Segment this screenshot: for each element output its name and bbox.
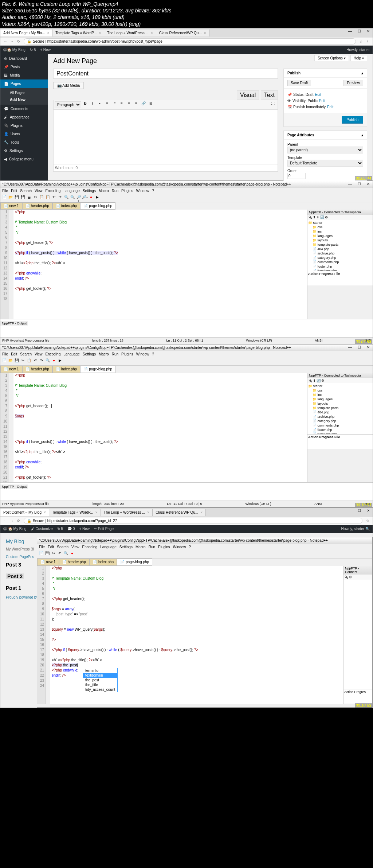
menu-posts[interactable]: 📌 Posts (0, 63, 48, 71)
menu-encoding[interactable]: Encoding (82, 545, 98, 549)
autocomplete-item[interactable]: tidy_access_count (83, 687, 117, 692)
align-left-button[interactable]: ≡ (118, 101, 125, 108)
help-button[interactable]: Help ▾ (350, 55, 367, 61)
forward-button[interactable]: → (9, 39, 15, 43)
menu-view[interactable]: View (35, 352, 43, 356)
output-tab[interactable]: NppFTP - Output (0, 321, 28, 326)
record-icon[interactable]: ● (51, 358, 57, 364)
site-link[interactable]: 🏠 My Blog (7, 48, 25, 52)
menu-language[interactable]: Language (63, 189, 80, 193)
wp-logo-icon[interactable]: ⓦ (3, 526, 7, 532)
minimize-button[interactable]: — (346, 509, 354, 513)
order-input[interactable] (287, 173, 306, 179)
menu-pages[interactable]: 📄 Pages (0, 79, 48, 88)
browser-tab[interactable]: The Loop « WordPress ...× (101, 509, 153, 516)
replace-icon[interactable]: 🔍 (70, 195, 75, 201)
find-icon[interactable]: 🔍 (63, 195, 69, 201)
close-button[interactable]: ✕ (365, 29, 372, 33)
reload-button[interactable]: ⟳ (15, 39, 22, 43)
close-icon[interactable]: × (151, 31, 153, 35)
autocomplete-item[interactable]: the_post (83, 678, 117, 682)
toggle-icon[interactable]: ▴ (361, 71, 363, 75)
menu-help[interactable]: ? (152, 189, 154, 193)
menu-view[interactable]: View (71, 545, 79, 549)
menu-window[interactable]: Window (136, 352, 149, 356)
ftp-tree-item[interactable]: 📁 inc (308, 393, 372, 397)
minimize-button[interactable]: — (346, 182, 354, 186)
autocomplete-item-selected[interactable]: textdomain (83, 673, 117, 678)
maximize-button[interactable]: ☐ (356, 29, 363, 33)
menu-appearance[interactable]: 🖌 Appearance (0, 113, 48, 121)
ftp-tree-item[interactable]: 📄 footer.php (308, 264, 372, 269)
menu-edit[interactable]: Edit (48, 545, 54, 549)
redo-icon[interactable]: ↷ (39, 358, 44, 364)
code-editor[interactable]: 123456789101112131415161718 <?php /* Tem… (0, 210, 307, 319)
menu-plugins[interactable]: Plugins (121, 189, 133, 193)
editor-content[interactable] (53, 110, 278, 164)
align-center-button[interactable]: ≡ (126, 101, 132, 108)
code-editor[interactable]: 1234567891011121314151617181920212223 <?… (0, 373, 307, 482)
menu-macro[interactable]: Macro (99, 352, 109, 356)
search-icon[interactable]: 🔍 (364, 527, 370, 531)
cut-icon[interactable]: ✂ (32, 195, 38, 201)
menu-settings[interactable]: Settings (119, 545, 133, 549)
title-input[interactable] (53, 69, 278, 79)
updates-link[interactable]: ↻ 5 (57, 527, 63, 531)
new-file-icon[interactable]: 📄 (1, 358, 7, 364)
site-link[interactable]: 🏠 My Blog (8, 527, 27, 531)
menu-file[interactable]: File (39, 545, 45, 549)
menu-search[interactable]: Search (20, 352, 32, 356)
close-icon[interactable]: × (204, 31, 206, 35)
menu-plugins[interactable]: Plugins (158, 545, 170, 549)
menu-settings[interactable]: Settings (83, 189, 96, 193)
undo-icon[interactable]: ↶ (51, 195, 57, 201)
download-icon[interactable]: ⬇ (317, 215, 319, 219)
menu-dashboard[interactable]: ⊙ Dashboard (0, 54, 48, 63)
settings-icon[interactable]: ⚙ (321, 379, 324, 382)
close-button[interactable]: ✕ (365, 509, 372, 513)
paste-icon[interactable]: 📋 (45, 195, 51, 201)
autocomplete-item[interactable]: terminfo (83, 668, 117, 673)
document-tab-active[interactable]: 📄page-blog.php (117, 558, 152, 566)
bold-button[interactable]: B (82, 101, 89, 108)
find-icon[interactable]: 🔍 (63, 551, 69, 557)
menu-window[interactable]: Window (136, 189, 149, 193)
menu-collapse[interactable]: ◀ Collapse menu (0, 155, 48, 163)
howdy-link[interactable]: Howdy, starter (341, 527, 364, 531)
redo-icon[interactable]: ↷ (57, 195, 63, 201)
document-tab[interactable]: 📄index.php (52, 366, 80, 373)
record-icon[interactable]: ● (69, 551, 75, 557)
forward-button[interactable]: → (9, 519, 15, 523)
code-editor[interactable]: 123456789101112131415161718192021222324 … (37, 566, 343, 704)
ftp-tree-item[interactable]: 📁 layouts (308, 401, 372, 406)
menu-window[interactable]: Window (173, 545, 186, 549)
ftp-tree-item[interactable]: 📁 css (308, 388, 372, 393)
document-tab-active[interactable]: 📄page-blog.php (80, 366, 115, 373)
ftp-tree-item[interactable]: 📁 languages (308, 234, 372, 238)
copy-icon[interactable]: 📋 (39, 195, 44, 201)
menu-edit[interactable]: Edit (11, 189, 17, 193)
undo-icon[interactable]: ↶ (57, 551, 63, 557)
close-button[interactable]: ✕ (365, 182, 372, 186)
browser-tab[interactable]: Add New Page ‹ My Blo...× (0, 30, 52, 36)
maximize-button[interactable]: ☐ (356, 182, 363, 186)
cut-icon[interactable]: ✂ (20, 358, 26, 364)
add-media-button[interactable]: 📷 Add Media (53, 82, 84, 89)
ftp-tree-item[interactable]: 📄 category.php (308, 256, 372, 260)
italic-button[interactable]: I (89, 101, 96, 108)
fullscreen-button[interactable]: ⛶ (270, 101, 276, 108)
new-link[interactable]: + New (40, 48, 51, 52)
play-icon[interactable]: ▶ (57, 358, 63, 364)
menu-comments[interactable]: 💬 Comments (0, 105, 48, 113)
document-tab[interactable]: 📄new 1 (0, 366, 22, 373)
submenu-add-new[interactable]: Add New (0, 96, 48, 103)
menu-plugins[interactable]: Plugins (121, 352, 133, 356)
menu-run[interactable]: Run (112, 189, 118, 193)
find-icon[interactable]: 🔍 (45, 358, 51, 364)
browser-tab[interactable]: Class Reference/WP Qu...× (153, 509, 206, 516)
bullet-list-button[interactable]: ⦁ (97, 101, 103, 108)
code-content[interactable]: <?php /* Template Name: Custom Blog * */… (13, 373, 307, 482)
menu-help[interactable]: ? (189, 545, 191, 549)
ftp-tree-item[interactable]: 📄 comments.php (308, 423, 372, 428)
menu-encoding[interactable]: Encoding (46, 189, 61, 193)
